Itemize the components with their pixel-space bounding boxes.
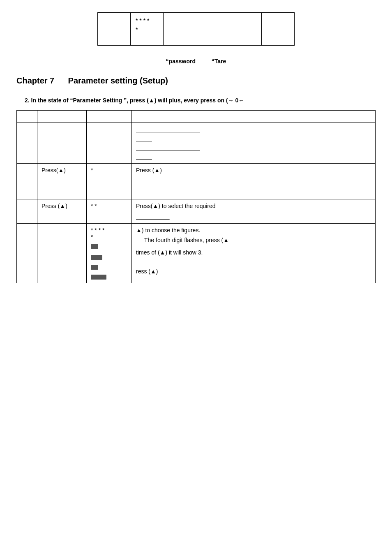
row4-num xyxy=(17,224,37,283)
row4-display-stars: * * * * * xyxy=(91,227,127,240)
top-table: * * * * * xyxy=(97,12,295,46)
row2-action: Press(▲) xyxy=(37,164,87,199)
row1-display xyxy=(87,123,132,164)
row1-desc-line3 xyxy=(136,144,200,151)
row1-desc-line4 xyxy=(136,153,152,160)
subtitle-part2: “Tare xyxy=(212,58,226,65)
row4-desc-line2: The fourth digit flashes, press (▲ xyxy=(144,237,229,243)
chapter-number: Chapter 7 xyxy=(16,76,54,85)
row4-action xyxy=(37,224,87,283)
subtitle: “password “Tare xyxy=(16,58,376,65)
table-header-row xyxy=(17,111,376,123)
row4-bars xyxy=(91,244,127,280)
header-col-action xyxy=(37,111,87,123)
subtitle-part1: “password xyxy=(166,58,196,65)
row4-desc: ▲) to choose the figures. The fourth dig… xyxy=(132,224,376,283)
row3-desc-line1 xyxy=(136,213,170,220)
instruction-line: 2. In the state of “Parameter Setting ”,… xyxy=(16,97,376,104)
row3-desc-main: Press(▲) to select the required xyxy=(136,203,216,209)
row1-num xyxy=(17,123,37,164)
table-row: * * * * * ▲) to choose the figures. The … xyxy=(17,224,376,283)
row3-action: Press (▲) xyxy=(37,199,87,224)
row3-desc: Press(▲) to select the required xyxy=(132,199,376,224)
row3-num xyxy=(17,199,37,224)
bar-2 xyxy=(91,255,102,260)
main-table: Press(▲) * Press (▲) Press (▲) * xyxy=(16,110,376,283)
row2-desc-line2 xyxy=(136,189,163,196)
top-cell-4 xyxy=(262,13,295,46)
row4-display: * * * * * xyxy=(87,224,132,283)
top-cell-1 xyxy=(98,13,131,46)
bar-4 xyxy=(91,275,106,280)
row1-desc-line1 xyxy=(136,126,200,133)
row3-action-label: Press (▲) xyxy=(42,203,67,209)
row1-desc xyxy=(132,123,376,164)
chapter-title: Parameter setting (Setup) xyxy=(68,76,168,85)
chapter-heading: Chapter 7 Parameter setting (Setup) xyxy=(16,76,376,86)
row1-action xyxy=(37,123,87,164)
row2-num xyxy=(17,164,37,199)
row3-display-val: * * xyxy=(91,203,97,209)
bar-1 xyxy=(91,244,98,249)
row4-desc-line4: ress (▲) xyxy=(136,268,158,275)
row2-display-val: * xyxy=(91,167,93,173)
row2-desc-line1 xyxy=(136,180,200,187)
bar-3 xyxy=(91,265,98,270)
row4-desc-line3: times of (▲) it will show 3. xyxy=(136,249,203,256)
row2-display: * xyxy=(87,164,132,199)
top-cell-3 xyxy=(164,13,262,46)
header-col-desc xyxy=(132,111,376,123)
row2-action-label: Press(▲) xyxy=(42,167,66,173)
top-cell-2: * * * * * xyxy=(131,13,164,46)
header-col-display xyxy=(87,111,132,123)
row2-desc-main: Press (▲) xyxy=(136,167,162,173)
row1-desc-line2 xyxy=(136,135,152,142)
table-row xyxy=(17,123,376,164)
row4-desc-line1: ▲) to choose the figures. xyxy=(136,227,200,234)
header-col-num xyxy=(17,111,37,123)
table-row: Press(▲) * Press (▲) xyxy=(17,164,376,199)
row3-display: * * xyxy=(87,199,132,224)
row2-desc: Press (▲) xyxy=(132,164,376,199)
table-row: Press (▲) * * Press(▲) to select the req… xyxy=(17,199,376,224)
